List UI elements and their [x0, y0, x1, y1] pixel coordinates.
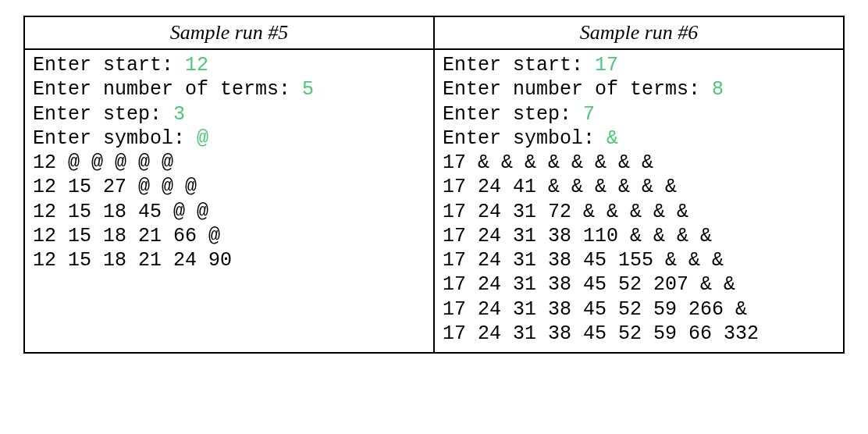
output-line: 12 15 18 45 @ @ [33, 200, 425, 224]
right-column: Sample run #6 Enter start: 17Enter numbe… [435, 17, 843, 352]
output-line: 17 24 31 38 45 155 & & & [443, 248, 835, 272]
prompt-value: 7 [583, 103, 595, 126]
prompt-line: Enter symbol: & [443, 126, 835, 151]
prompt-label: Enter step: [443, 103, 583, 126]
column-header-right: Sample run #6 [435, 17, 843, 50]
output-line: 17 24 31 72 & & & & & [443, 200, 835, 224]
prompt-label: Enter step: [33, 103, 173, 126]
prompt-value: 5 [302, 78, 314, 101]
sample-runs-table: Sample run #5 Enter start: 12Enter numbe… [23, 16, 845, 354]
prompt-label: Enter start: [443, 54, 595, 76]
prompt-value: 3 [173, 103, 185, 126]
prompt-value: 17 [595, 54, 618, 76]
left-column: Sample run #5 Enter start: 12Enter numbe… [25, 17, 435, 352]
prompt-label: Enter number of terms: [33, 78, 302, 101]
prompt-line: Enter start: 17 [443, 53, 835, 77]
output-line: 17 24 31 38 45 52 59 266 & [443, 297, 835, 322]
prompt-value: 12 [185, 54, 208, 76]
output-line: 12 15 18 21 66 @ [33, 224, 425, 248]
prompt-value: & [607, 127, 618, 150]
output-line: 17 24 41 & & & & & & [443, 175, 835, 199]
output-line: 17 24 31 38 110 & & & & [443, 224, 835, 248]
prompt-line: Enter step: 3 [33, 102, 425, 126]
prompt-line: Enter number of terms: 8 [443, 77, 835, 101]
prompt-label: Enter symbol: [33, 127, 197, 150]
output-line: 12 15 18 21 24 90 [33, 248, 425, 272]
output-line: 17 24 31 38 45 52 59 66 332 [443, 322, 835, 346]
output-line: 12 @ @ @ @ @ [33, 151, 425, 175]
output-line: 12 15 27 @ @ @ [33, 175, 425, 199]
prompt-line: Enter start: 12 [33, 53, 425, 77]
output-line: 17 & & & & & & & & [443, 151, 835, 175]
prompt-line: Enter symbol: @ [33, 126, 425, 151]
prompt-value: @ [197, 127, 208, 150]
column-header-left: Sample run #5 [25, 17, 433, 50]
left-content: Enter start: 12Enter number of terms: 5E… [25, 50, 433, 279]
prompt-value: 8 [712, 78, 724, 101]
prompt-label: Enter number of terms: [443, 78, 712, 101]
prompt-label: Enter start: [33, 54, 185, 76]
output-line: 17 24 31 38 45 52 207 & & [443, 272, 835, 297]
right-content: Enter start: 17Enter number of terms: 8E… [435, 50, 843, 352]
prompt-label: Enter symbol: [443, 127, 607, 150]
prompt-line: Enter step: 7 [443, 102, 835, 126]
prompt-line: Enter number of terms: 5 [33, 77, 425, 101]
